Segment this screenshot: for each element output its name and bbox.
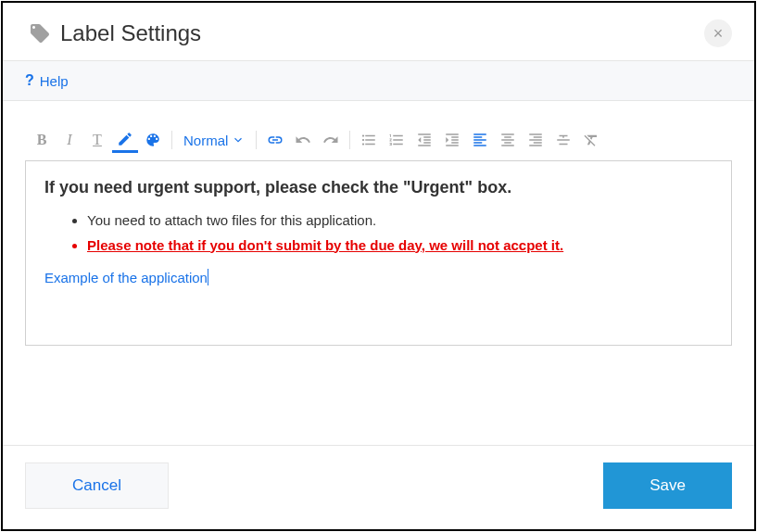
content-list: You need to attach two files for this ap… bbox=[44, 210, 713, 256]
outdent-button[interactable] bbox=[411, 127, 437, 153]
align-center-button[interactable] bbox=[495, 127, 521, 153]
palette-icon bbox=[145, 132, 161, 148]
dialog-footer: Cancel Save bbox=[3, 445, 754, 529]
bullet-list-button[interactable] bbox=[356, 127, 382, 153]
strikethrough-button[interactable] bbox=[550, 127, 576, 153]
dialog-header: Label Settings × bbox=[3, 3, 754, 61]
list-item: Please note that if you don't submit by … bbox=[87, 235, 713, 257]
align-center-icon bbox=[499, 132, 516, 148]
format-label: Normal bbox=[183, 133, 228, 148]
editor-area: B I T Normal bbox=[3, 101, 754, 445]
title-group: Label Settings bbox=[29, 20, 201, 46]
underline-button[interactable]: T bbox=[84, 127, 110, 153]
toolbar-separator bbox=[171, 131, 172, 149]
list-item: You need to attach two files for this ap… bbox=[87, 210, 713, 232]
align-right-button[interactable] bbox=[523, 127, 549, 153]
pencil-icon bbox=[117, 131, 133, 147]
help-link[interactable]: ? Help bbox=[25, 72, 69, 89]
tag-icon bbox=[29, 22, 51, 44]
undo-icon bbox=[295, 132, 311, 148]
indent-icon bbox=[444, 132, 461, 148]
color-button[interactable] bbox=[140, 127, 166, 153]
editor-toolbar: B I T Normal bbox=[25, 120, 732, 160]
editor-content[interactable]: If you need urgent support, please check… bbox=[25, 160, 732, 346]
italic-button[interactable]: I bbox=[57, 127, 82, 153]
numbered-list-button[interactable] bbox=[384, 127, 410, 153]
bold-button[interactable]: B bbox=[29, 127, 55, 153]
toolbar-separator bbox=[349, 131, 350, 149]
align-left-button[interactable] bbox=[467, 127, 493, 153]
help-bar: ? Help bbox=[3, 61, 754, 101]
numbered-list-icon bbox=[388, 132, 405, 148]
clear-format-button[interactable] bbox=[578, 127, 604, 153]
link-icon bbox=[267, 132, 284, 148]
bullet-list-icon bbox=[360, 132, 377, 148]
redo-button[interactable] bbox=[318, 127, 344, 153]
outdent-icon bbox=[416, 132, 433, 148]
text-cursor bbox=[208, 269, 208, 285]
align-right-icon bbox=[527, 132, 544, 148]
format-select[interactable]: Normal bbox=[178, 133, 250, 148]
save-button[interactable]: Save bbox=[603, 462, 732, 509]
redo-icon bbox=[322, 132, 339, 148]
align-left-icon bbox=[472, 132, 488, 148]
content-link-text: Example of the application bbox=[44, 270, 208, 285]
chevron-down-icon bbox=[232, 133, 245, 146]
help-icon: ? bbox=[25, 72, 34, 89]
content-heading: If you need urgent support, please check… bbox=[44, 178, 713, 197]
strikethrough-icon bbox=[555, 132, 572, 148]
link-button[interactable] bbox=[262, 127, 288, 153]
dialog-title: Label Settings bbox=[60, 20, 201, 46]
undo-button[interactable] bbox=[290, 127, 316, 153]
close-icon: × bbox=[713, 24, 724, 44]
close-button[interactable]: × bbox=[704, 19, 732, 47]
indent-button[interactable] bbox=[439, 127, 465, 153]
label-settings-dialog: Label Settings × ? Help B I T Normal bbox=[1, 1, 756, 531]
cancel-button[interactable]: Cancel bbox=[25, 462, 169, 509]
clear-format-icon bbox=[583, 132, 599, 148]
help-label: Help bbox=[40, 73, 69, 89]
highlight-button[interactable] bbox=[112, 127, 138, 153]
toolbar-separator bbox=[256, 131, 257, 149]
